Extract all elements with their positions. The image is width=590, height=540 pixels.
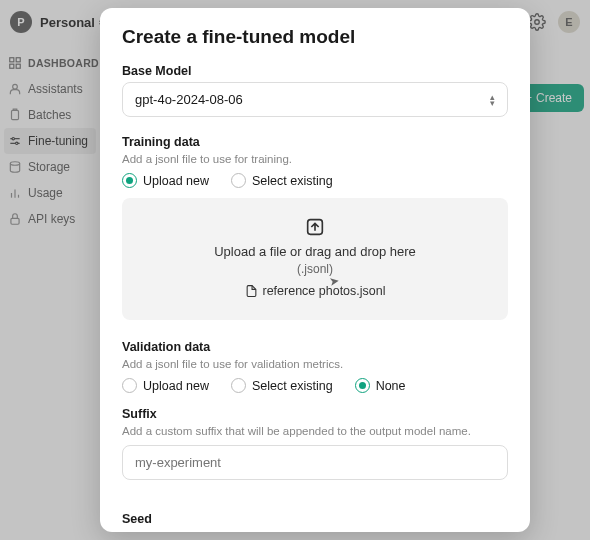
validation-existing-radio[interactable]: Select existing [231, 378, 333, 393]
modal-title: Create a fine-tuned model [122, 26, 508, 48]
radio-dot-icon [231, 378, 246, 393]
validation-none-radio[interactable]: None [355, 378, 406, 393]
cursor-icon: ➤ [328, 273, 340, 289]
radio-dot-icon [355, 378, 370, 393]
upload-icon [304, 216, 326, 238]
suffix-input[interactable] [122, 445, 508, 480]
radio-dot-icon [231, 173, 246, 188]
file-icon [245, 284, 258, 298]
validation-label: Validation data [122, 340, 508, 354]
suffix-sublabel: Add a custom suffix that will be appende… [122, 425, 508, 437]
dropzone-subtext: (.jsonl) ➤ [140, 262, 490, 276]
training-dropzone[interactable]: Upload a file or drag and drop here (.js… [122, 198, 508, 320]
seed-label: Seed [122, 512, 508, 526]
radio-dot-icon [122, 378, 137, 393]
base-model-label: Base Model [122, 64, 508, 78]
training-sublabel: Add a jsonl file to use for training. [122, 153, 508, 165]
base-model-select[interactable]: gpt-4o-2024-08-06 ▴▾ [122, 82, 508, 117]
uploaded-file-chip[interactable]: reference photos.jsonl [245, 284, 386, 298]
suffix-label: Suffix [122, 407, 508, 421]
create-finetune-modal: Create a fine-tuned model Base Model gpt… [100, 8, 530, 532]
validation-upload-radio[interactable]: Upload new [122, 378, 209, 393]
validation-sublabel: Add a jsonl file to use for validation m… [122, 358, 508, 370]
uploaded-file-name: reference photos.jsonl [263, 284, 386, 298]
select-chevron-icon: ▴▾ [490, 94, 495, 106]
seed-sublabel: The seed controls the reproducibility of… [122, 530, 508, 532]
dropzone-text: Upload a file or drag and drop here [140, 244, 490, 259]
radio-dot-icon [122, 173, 137, 188]
training-label: Training data [122, 135, 508, 149]
training-upload-radio[interactable]: Upload new [122, 173, 209, 188]
training-existing-radio[interactable]: Select existing [231, 173, 333, 188]
base-model-value: gpt-4o-2024-08-06 [135, 92, 243, 107]
